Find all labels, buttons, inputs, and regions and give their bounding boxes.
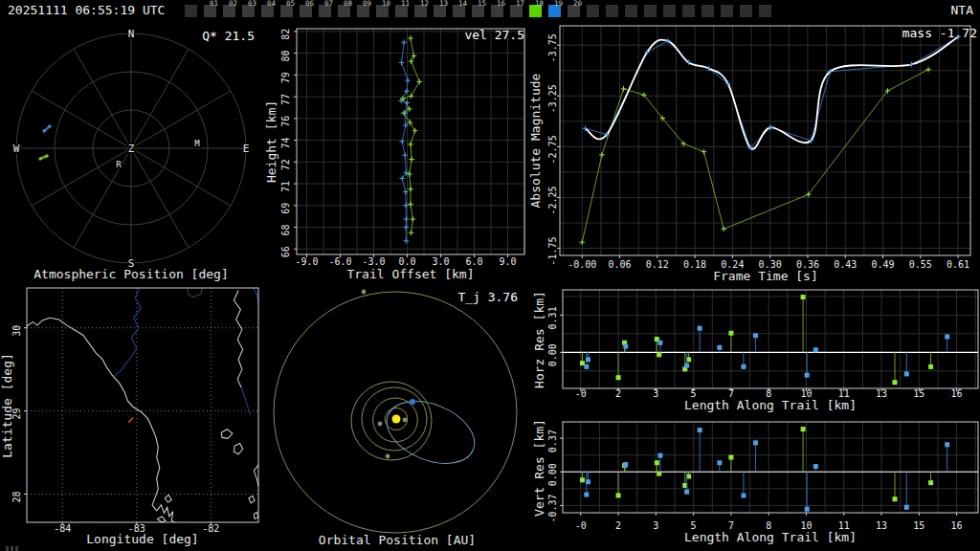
- residual-point-blue: [584, 493, 589, 497]
- atmos-annotation: Q* 21.5: [202, 29, 255, 43]
- y-tick-label: 80: [280, 51, 291, 62]
- meteor-trail-blue: [44, 126, 50, 131]
- mag-ylabel: Absolute Magnitude: [528, 73, 543, 208]
- vert-xlabel: Length Along Trail [km]: [684, 530, 857, 544]
- residual-point-green: [728, 331, 733, 336]
- residual-point-green: [801, 427, 806, 431]
- vert-ylabel: Vert Res [km]: [532, 419, 546, 517]
- x-tick-label: 2: [615, 520, 621, 531]
- y-tick-label: -3.25: [547, 84, 558, 113]
- panel-horz-residuals: -02357810111315160.000.31Length Along Tr…: [532, 290, 978, 412]
- residual-point-blue: [684, 490, 689, 495]
- residual-point-blue: [657, 341, 662, 345]
- residual-point-blue: [805, 373, 810, 378]
- x-tick-label: 0.12: [646, 259, 669, 270]
- map-feature-state-border: [188, 288, 202, 298]
- residual-point-green: [928, 364, 933, 369]
- map-feature-bay: [165, 495, 171, 502]
- orbit-mars: [351, 382, 432, 460]
- residual-point-blue: [945, 334, 949, 339]
- residual-point-blue: [717, 345, 722, 350]
- zenith-label: Z: [128, 143, 135, 155]
- y-tick-label: -2.75: [547, 135, 558, 164]
- residual-point-green: [655, 460, 659, 465]
- x-tick-label: 0.43: [834, 259, 857, 270]
- horz-ylabel: Horz Res [km]: [532, 291, 546, 388]
- residual-point-blue: [741, 493, 746, 497]
- x-tick-label: 0.49: [871, 259, 894, 270]
- x-tick-label: -6.0: [328, 256, 351, 267]
- radiant-label-R: R: [116, 160, 122, 169]
- horz-xlabel: Length Along Trail [km]: [684, 398, 857, 412]
- map-ylabel: Latitude [deg]: [0, 353, 14, 458]
- residual-point-green: [616, 375, 621, 380]
- panel-orbital-position: Orbital Position [AU]T_j 3.76: [274, 290, 518, 547]
- y-tick-label: 72: [280, 159, 291, 170]
- map-feature-river: [254, 288, 258, 303]
- x-tick-label: -82: [202, 523, 219, 534]
- map-feature-lake: [254, 513, 258, 519]
- corner-watermark: [6, 538, 20, 551]
- residual-point-blue: [698, 428, 702, 432]
- x-tick-label: 0.0: [398, 256, 415, 267]
- mag-annotation: mass -1.72: [902, 26, 977, 40]
- x-tick-label: 9.0: [499, 256, 516, 267]
- residual-point-green: [801, 295, 806, 299]
- x-tick-label: 16: [951, 388, 963, 399]
- residual-point-green: [893, 496, 898, 501]
- mag-xlabel: Frame Time [s]: [713, 269, 818, 283]
- x-tick-label: -3.0: [362, 256, 385, 267]
- meteoroid-orbit: [378, 389, 484, 475]
- x-tick-label: 15: [913, 520, 924, 531]
- x-tick-label: 13: [876, 388, 887, 399]
- x-tick-label: 3.0: [432, 256, 449, 267]
- ground-track-marker: [128, 418, 133, 423]
- x-tick-label: 3: [653, 520, 658, 531]
- residual-point-blue: [904, 371, 909, 376]
- y-tick-label: 0.31: [547, 306, 558, 329]
- cardinal-west: W: [13, 143, 20, 155]
- map-feature-coastline: [27, 318, 174, 522]
- y-tick-label: 77: [280, 94, 291, 105]
- y-tick-label: -0.37: [547, 494, 558, 522]
- map-feature-river: [115, 288, 142, 376]
- residual-point-blue: [684, 364, 689, 368]
- map-feature-lake: [249, 496, 255, 503]
- residual-point-green: [657, 352, 661, 357]
- residual-point-blue: [813, 347, 818, 352]
- residual-point-blue: [753, 333, 758, 338]
- map-feature-lake: [221, 430, 233, 439]
- y-tick-label: -1.75: [547, 237, 558, 266]
- y-tick-label: 79: [280, 72, 291, 83]
- residual-point-blue: [657, 453, 662, 458]
- map-feature-river-white: [234, 291, 242, 388]
- residual-point-blue: [945, 442, 949, 447]
- y-tick-label: 76: [280, 116, 291, 127]
- y-tick-label: 66: [280, 246, 291, 257]
- residual-point-green: [928, 480, 933, 485]
- cardinal-east: E: [243, 143, 250, 155]
- tisserand-annotation: T_j 3.76: [457, 290, 518, 304]
- y-tick-label: -3.75: [547, 33, 558, 62]
- residual-point-blue: [717, 460, 722, 465]
- panel-height-profile: -9.0-6.0-3.00.03.06.09.08280797776747271…: [264, 28, 524, 281]
- residual-point-blue: [904, 505, 909, 510]
- x-tick-label: -9.0: [295, 256, 318, 267]
- y-tick-label: 68: [280, 225, 291, 236]
- y-tick-label: 0.37: [547, 430, 558, 452]
- x-tick-label: 13: [876, 520, 887, 531]
- x-tick-label: 0.55: [909, 259, 932, 270]
- planet-dot: [386, 454, 390, 459]
- dashboard-canvas: NSWEZMRAtmospheric Position [deg]Q* 21.5…: [0, 0, 980, 551]
- residual-point-green: [580, 477, 585, 482]
- x-tick-label: 0.18: [683, 259, 706, 270]
- residual-point-blue: [698, 326, 702, 331]
- residual-point-blue: [813, 464, 818, 469]
- meteor-dashboard: 20251111 06:55:19 UTC 010203040506070809…: [0, 0, 980, 551]
- planet-dot: [362, 290, 367, 295]
- y-tick-label: 30: [11, 325, 22, 337]
- y-tick-label: 0.00: [547, 463, 558, 486]
- map-feature-island: [158, 517, 167, 522]
- y-tick-label: 69: [280, 203, 291, 214]
- panel-ground-map: -84-83-82302928Longitude [deg]Latitude […: [0, 288, 258, 546]
